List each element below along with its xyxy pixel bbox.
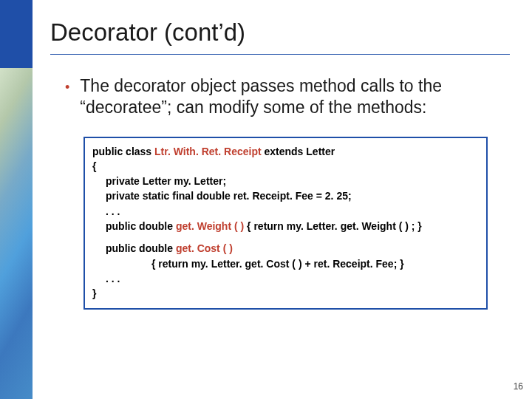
page-number: 16 [514,381,523,392]
code-line: . . . [106,271,479,286]
left-decorative-band [0,0,33,399]
code-text: public double [106,220,176,232]
title-underline [50,54,510,55]
code-line: } [92,286,479,301]
code-example-box: public class Ltr. With. Ret. Receipt ext… [83,137,488,310]
code-text: { return my. Letter. get. Weight ( ) ; } [244,220,422,232]
code-line: private Letter my. Letter; [106,174,479,188]
band-solid-blue [0,0,33,68]
band-gradient-image [0,68,33,399]
bullet-item: • The decorator object passes method cal… [65,75,502,118]
code-line: { [92,159,479,174]
code-text: public class [92,146,154,157]
code-line: public double get. Weight ( ) { return m… [106,219,479,233]
code-class-name: Ltr. With. Ret. Receipt [154,146,262,157]
code-line: { return my. Letter. get. Cost ( ) + ret… [151,256,479,271]
code-line: private static final double ret. Receipt… [106,188,479,203]
code-line: . . . [106,204,479,219]
code-line: public double get. Cost ( ) [106,241,479,256]
slide-title: Decorator (cont’d) [50,18,510,47]
bullet-text: The decorator object passes method calls… [80,75,502,118]
code-text: public double [106,242,176,254]
bullet-dot-icon: • [65,77,69,98]
code-line: public class Ltr. With. Ret. Receipt ext… [92,144,479,159]
code-method-name: get. Cost ( ) [176,242,233,254]
code-method-name: get. Weight ( ) [176,220,244,232]
slide-content: Decorator (cont’d) • The decorator objec… [44,0,525,399]
code-text: extends Letter [262,146,335,157]
